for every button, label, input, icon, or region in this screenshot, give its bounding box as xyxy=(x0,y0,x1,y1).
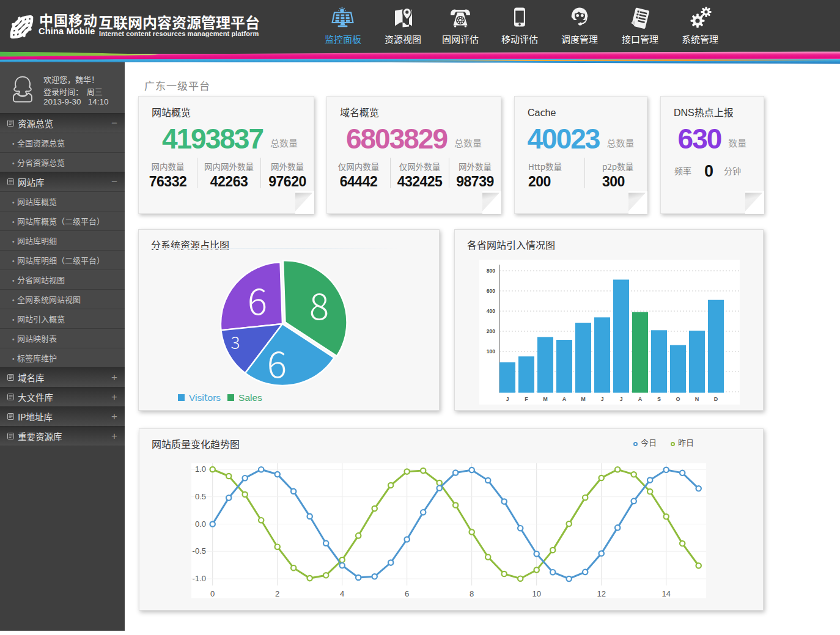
svg-text:M: M xyxy=(543,396,548,402)
svg-text:200: 200 xyxy=(487,328,495,334)
svg-text:8: 8 xyxy=(470,589,474,598)
svg-text:8: 8 xyxy=(309,277,329,330)
svg-text:4: 4 xyxy=(340,589,344,598)
svg-text:S: S xyxy=(657,396,661,402)
svg-text:800: 800 xyxy=(487,268,495,274)
svg-text:6: 6 xyxy=(405,589,409,598)
svg-text:6: 6 xyxy=(267,335,287,388)
svg-text:F: F xyxy=(525,396,528,402)
svg-text:N: N xyxy=(695,396,699,402)
svg-text:10: 10 xyxy=(532,589,540,598)
svg-text:O: O xyxy=(676,396,680,402)
svg-text:1.0: 1.0 xyxy=(195,464,206,474)
svg-text:2: 2 xyxy=(275,589,279,598)
svg-text:A: A xyxy=(638,396,643,402)
svg-text:D: D xyxy=(714,396,718,402)
svg-text:400: 400 xyxy=(487,308,495,314)
svg-text:6: 6 xyxy=(248,272,267,325)
svg-text:M: M xyxy=(581,396,586,402)
svg-text:J: J xyxy=(600,396,603,402)
svg-text:A: A xyxy=(562,396,567,402)
svg-text:-0.5: -0.5 xyxy=(193,546,206,556)
svg-text:12: 12 xyxy=(597,589,605,598)
svg-text:14: 14 xyxy=(661,589,670,598)
svg-text:0: 0 xyxy=(210,589,215,598)
svg-text:J: J xyxy=(506,396,509,402)
svg-text:600: 600 xyxy=(487,288,495,294)
svg-text:100: 100 xyxy=(487,348,495,354)
svg-text:J: J xyxy=(619,396,622,402)
svg-text:0.0: 0.0 xyxy=(195,519,206,529)
svg-text:0.5: 0.5 xyxy=(195,492,206,501)
svg-text:-1.0: -1.0 xyxy=(193,574,206,583)
svg-text:3: 3 xyxy=(231,329,240,354)
